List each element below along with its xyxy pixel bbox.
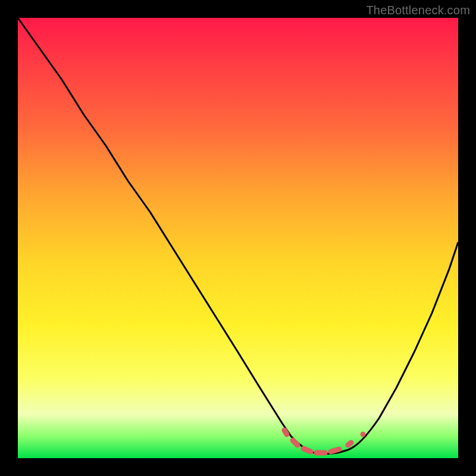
svg-line-1 (293, 440, 298, 445)
curve-svg (18, 18, 458, 458)
watermark-text: TheBottleneck.com (366, 4, 470, 17)
svg-line-4 (331, 449, 339, 452)
chart-frame: TheBottleneck.com (0, 0, 476, 476)
bottleneck-curve (18, 18, 458, 454)
svg-line-2 (303, 449, 311, 452)
svg-line-5 (348, 443, 351, 445)
svg-line-0 (284, 430, 287, 434)
highlight-band (284, 430, 366, 453)
plot-area (18, 18, 458, 458)
svg-point-6 (361, 432, 366, 437)
